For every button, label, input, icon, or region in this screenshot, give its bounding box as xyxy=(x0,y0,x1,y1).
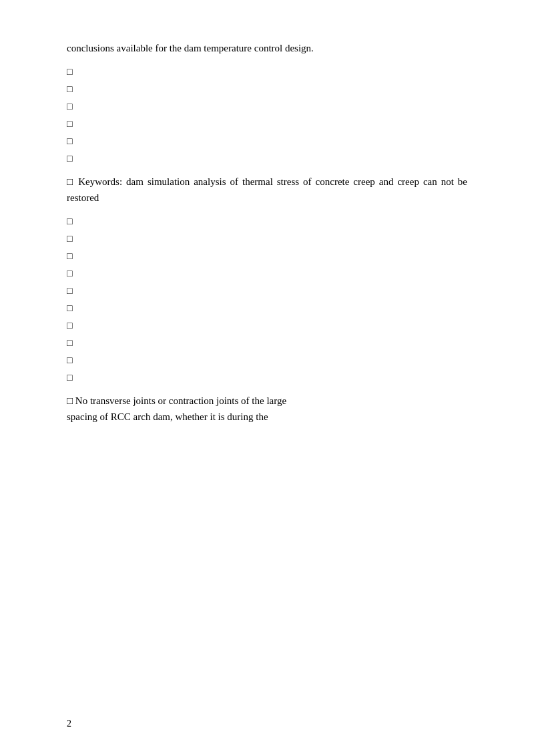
blank-line: □ xyxy=(67,136,467,154)
blank-group-1: □ □ □ □ □ □ xyxy=(67,67,467,171)
blank-group-2: □ □ □ □ □ □ □ □ □ □ xyxy=(67,216,467,390)
blank-line: □ xyxy=(67,338,467,355)
closing-paragraph: □ No transverse joints or contraction jo… xyxy=(67,393,467,425)
blank-line: □ xyxy=(67,373,467,390)
keywords-text: □ Keywords: dam simulation analysis of t… xyxy=(67,176,467,203)
blank-line: □ xyxy=(67,355,467,373)
blank-line: □ xyxy=(67,102,467,119)
blank-line: □ xyxy=(67,303,467,321)
closing-line-1: □ No transverse joints or contraction jo… xyxy=(67,395,286,406)
blank-line: □ xyxy=(67,321,467,338)
keywords-paragraph: □ Keywords: dam simulation analysis of t… xyxy=(67,174,467,206)
blank-line: □ xyxy=(67,84,467,102)
closing-line-2: spacing of RCC arch dam, whether it is d… xyxy=(67,411,268,422)
blank-line: □ xyxy=(67,234,467,251)
blank-line: □ xyxy=(67,286,467,303)
blank-line: □ xyxy=(67,268,467,286)
blank-line: □ xyxy=(67,154,467,171)
intro-paragraph: conclusions available for the dam temper… xyxy=(67,40,467,56)
page-number: 2 xyxy=(67,719,71,729)
blank-line: □ xyxy=(67,67,467,84)
blank-line: □ xyxy=(67,216,467,234)
document-page: conclusions available for the dam temper… xyxy=(0,0,534,756)
blank-line: □ xyxy=(67,119,467,136)
blank-line: □ xyxy=(67,251,467,268)
